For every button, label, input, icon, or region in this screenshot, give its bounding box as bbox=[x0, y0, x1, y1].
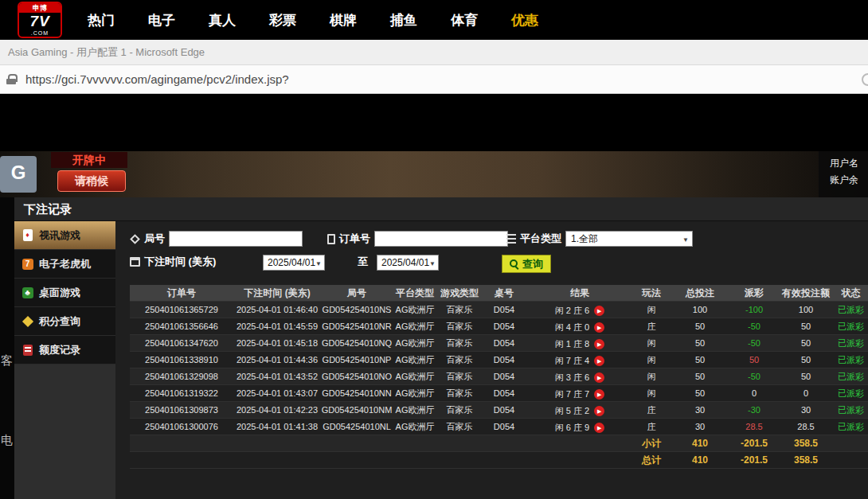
sidebar-item-table-games[interactable]: ♣ 桌面游戏 bbox=[14, 279, 115, 307]
logo-main-text: 7V bbox=[19, 13, 61, 29]
cell-result: 闲 1 庄 8 bbox=[526, 335, 633, 351]
game-background-strip: G 开牌中 请稍候 用户名 账户余 bbox=[0, 151, 868, 197]
cell-game: 百家乐 bbox=[437, 402, 482, 418]
sidebar-item-video-games[interactable]: ♦ 视讯游戏 bbox=[14, 221, 115, 250]
header-platform: 平台类型 bbox=[393, 285, 437, 301]
browser-profile-icon[interactable] bbox=[862, 73, 868, 86]
ledger-icon bbox=[22, 344, 33, 356]
nav-item-promos[interactable]: 优惠 bbox=[511, 11, 538, 29]
bet-records-table: 订单号 下注时间 (美东) 局号 平台类型 游戏类型 桌号 结果 玩法 总投注 … bbox=[130, 285, 868, 469]
replay-play-icon[interactable] bbox=[594, 389, 604, 400]
lock-icon bbox=[6, 74, 16, 84]
nav-item-board[interactable]: 棋牌 bbox=[330, 11, 357, 29]
chevron-down-icon bbox=[682, 233, 689, 244]
cell-valid-bet: 50 bbox=[778, 352, 834, 368]
cell-table-no: D054 bbox=[482, 318, 526, 334]
cell-platform: AG欧洲厅 bbox=[393, 335, 437, 351]
site-logo[interactable]: 申博 7V .COM bbox=[18, 2, 62, 38]
cell-round: GD054254010NS bbox=[321, 302, 393, 318]
replay-play-icon[interactable] bbox=[594, 339, 604, 349]
subtotal-total-bet: 410 bbox=[670, 435, 730, 451]
round-number-input[interactable] bbox=[169, 231, 303, 247]
screen: 申博 7V .COM 热门 电子 真人 彩票 棋牌 捕鱼 体育 优惠 Asia … bbox=[0, 0, 868, 499]
browser-url-bar[interactable]: https://gci.7vvvvvv.com/agingame/pcv2/in… bbox=[0, 65, 868, 94]
replay-play-icon[interactable] bbox=[594, 372, 604, 383]
calendar-icon bbox=[130, 257, 140, 267]
cell-bet: 闲 bbox=[633, 368, 670, 384]
page-background bbox=[0, 94, 868, 151]
result-text: 闲 4 庄 0 bbox=[555, 322, 589, 332]
replay-play-icon[interactable] bbox=[594, 406, 604, 416]
cell-time: 2025-04-01 01:44:36 bbox=[233, 352, 321, 368]
cell-result: 闲 3 庄 6 bbox=[526, 368, 633, 384]
bet-time-filter-label: 下注时间 (美东) bbox=[130, 255, 216, 269]
filter-row-1: 局号 订单号 平台类型 1.全部 bbox=[130, 231, 868, 255]
header-round: 局号 bbox=[321, 285, 393, 301]
cell-round: GD054254010NM bbox=[321, 402, 393, 418]
cell-bet: 闲 bbox=[633, 352, 670, 368]
date-from-picker[interactable]: 2025/04/01 bbox=[263, 255, 325, 271]
asia-gaming-logo: G bbox=[0, 156, 37, 193]
records-sidebar: ♦ 视讯游戏 7 电子老虎机 ♣ 桌面游戏 积分查询 额度记录 bbox=[14, 221, 115, 499]
cell-payout: 0 bbox=[730, 385, 778, 401]
cell-bet: 庄 bbox=[633, 419, 670, 435]
cell-result: 闲 7 庄 7 bbox=[526, 385, 633, 401]
replay-play-icon[interactable] bbox=[594, 423, 604, 433]
replay-play-icon[interactable] bbox=[594, 356, 604, 366]
cell-round: GD054254010NQ bbox=[321, 335, 393, 351]
platform-type-select[interactable]: 1.全部 bbox=[565, 231, 693, 247]
cell-order-id: 250401061309873 bbox=[130, 402, 233, 418]
sidebar-item-points-query[interactable]: 积分查询 bbox=[14, 307, 115, 336]
cell-payout: 28.5 bbox=[730, 419, 778, 435]
sidebar-item-label: 电子老虎机 bbox=[39, 257, 91, 271]
sidebar-item-slot-machines[interactable]: 7 电子老虎机 bbox=[14, 250, 115, 279]
sidebar-item-label: 桌面游戏 bbox=[39, 286, 80, 300]
table-header-row: 订单号 下注时间 (美东) 局号 平台类型 游戏类型 桌号 结果 玩法 总投注 … bbox=[130, 285, 868, 302]
table-row: 2504010613476202025-04-01 01:45:18GD0542… bbox=[130, 335, 868, 352]
cell-result: 闲 2 庄 6 bbox=[526, 302, 633, 318]
cell-game: 百家乐 bbox=[437, 302, 482, 318]
cell-time: 2025-04-01 01:45:18 bbox=[233, 335, 321, 351]
nav-item-sports[interactable]: 体育 bbox=[451, 11, 478, 29]
header-bet-time: 下注时间 (美东) bbox=[233, 285, 321, 301]
sidebar-filler bbox=[14, 365, 115, 499]
date-from-value: 2025/04/01 bbox=[268, 257, 315, 268]
nav-item-fishing[interactable]: 捕鱼 bbox=[390, 11, 417, 29]
nav-item-hot[interactable]: 热门 bbox=[88, 11, 115, 29]
cell-order-id: 250401061338910 bbox=[130, 352, 233, 368]
modal-body: ♦ 视讯游戏 7 电子老虎机 ♣ 桌面游戏 积分查询 额度记录 bbox=[14, 221, 868, 499]
cell-time: 2025-04-01 01:45:59 bbox=[233, 318, 321, 334]
search-button[interactable]: 查询 bbox=[502, 255, 551, 273]
grand-total-row: 总计 410 -201.5 358.5 bbox=[130, 452, 868, 469]
platform-type-value: 1.全部 bbox=[571, 232, 598, 246]
table-row: 2504010613193222025-04-01 01:43:07GD0542… bbox=[130, 385, 868, 402]
nav-item-live[interactable]: 真人 bbox=[209, 11, 236, 29]
cell-status: 已派彩 bbox=[834, 302, 868, 318]
cell-status: 已派彩 bbox=[834, 335, 868, 351]
cards-icon: ♦ bbox=[22, 229, 33, 241]
cell-game: 百家乐 bbox=[437, 419, 482, 435]
header-table-no: 桌号 bbox=[482, 285, 526, 301]
dealing-status-banner: 开牌中 bbox=[51, 152, 127, 168]
date-to-picker[interactable]: 2025/04/01 bbox=[377, 255, 439, 271]
cell-order-id: 250401061300076 bbox=[130, 419, 233, 435]
result-text: 闲 2 庄 6 bbox=[555, 306, 589, 315]
cell-round: GD054254010NP bbox=[321, 352, 393, 368]
to-label: 至 bbox=[358, 255, 368, 269]
sidebar-item-quota-records[interactable]: 额度记录 bbox=[14, 336, 115, 365]
cell-game: 百家乐 bbox=[437, 385, 482, 401]
nav-item-slots[interactable]: 电子 bbox=[148, 11, 175, 29]
cell-table-no: D054 bbox=[482, 352, 526, 368]
please-wait-button[interactable]: 请稍候 bbox=[57, 170, 126, 192]
sidebar-item-label: 积分查询 bbox=[39, 314, 80, 329]
partial-glyph: 电 bbox=[1, 433, 13, 448]
replay-play-icon[interactable] bbox=[594, 306, 604, 316]
chevron-down-icon bbox=[315, 257, 322, 268]
order-number-input[interactable] bbox=[374, 231, 508, 247]
bet-time-label: 下注时间 (美东) bbox=[144, 255, 216, 269]
nav-item-lottery[interactable]: 彩票 bbox=[269, 11, 296, 29]
replay-play-icon[interactable] bbox=[594, 322, 604, 333]
cell-bet: 闲 bbox=[633, 302, 670, 318]
subtotal-payout: -201.5 bbox=[730, 435, 778, 451]
cell-valid-bet: 50 bbox=[778, 368, 834, 384]
